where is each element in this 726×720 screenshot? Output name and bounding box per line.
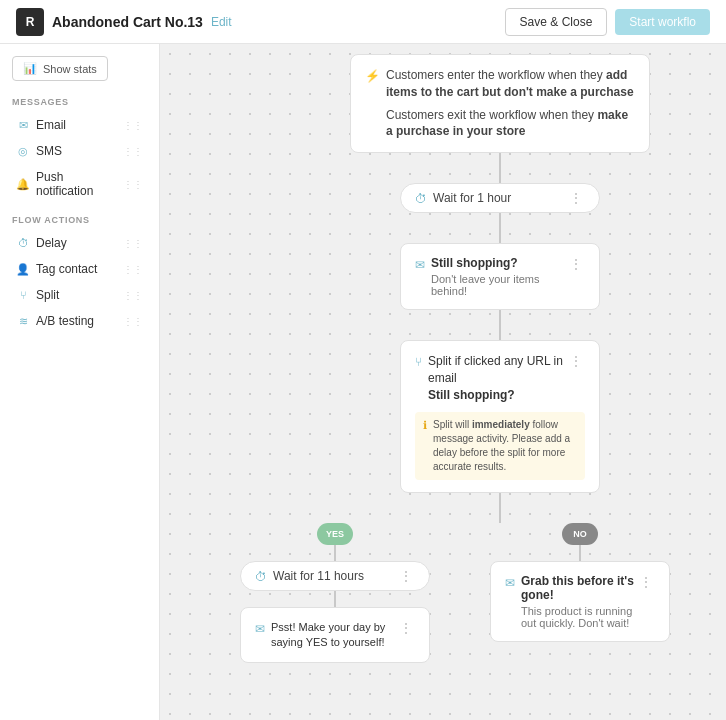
split-node[interactable]: ⑂ Split if clicked any URL in email Stil… [400, 340, 600, 492]
drag-handle-email: ⋮⋮ [123, 120, 143, 131]
yes-badge: YES [317, 523, 353, 545]
trigger-node[interactable]: ⚡ Customers enter the workflow when they… [350, 54, 650, 153]
show-stats-button[interactable]: 📊 Show stats [12, 56, 108, 81]
connector-1 [499, 153, 501, 183]
clock-icon-2: ⏱ [255, 570, 267, 584]
yes-connector-2 [334, 591, 336, 607]
email-3-menu[interactable]: ⋮ [397, 620, 415, 636]
split-icon: ⑂ [16, 288, 30, 302]
sidebar-item-push[interactable]: 🔔 Push notification ⋮⋮ [12, 165, 147, 203]
trigger-line1: Customers enter the workflow when they a… [386, 68, 634, 99]
email-3-icon: ✉ [255, 622, 265, 636]
email-1-node[interactable]: ✉ Still shopping? Don't leave your items… [400, 243, 600, 310]
split-warning-text: Split will immediately follow message ac… [433, 418, 577, 474]
split-title: Split if clicked any URL in email Still … [428, 353, 567, 403]
drag-handle-sms: ⋮⋮ [123, 146, 143, 157]
email-1-subtitle: Don't leave your items behind! [431, 273, 567, 297]
email-2-title: Grab this before it's gone! [521, 574, 637, 602]
email-label: Email [36, 118, 66, 132]
trigger-line2: Customers exit the workflow when they ma… [386, 107, 635, 141]
sidebar-item-ab[interactable]: ≋ A/B testing ⋮⋮ [12, 309, 147, 333]
email-2-node[interactable]: ✉ Grab this before it's gone! This produ… [490, 561, 670, 642]
workflow-nodes: ⚡ Customers enter the workflow when they… [190, 54, 726, 663]
sidebar-item-email[interactable]: ✉ Email ⋮⋮ [12, 113, 147, 137]
drag-handle-push: ⋮⋮ [123, 179, 143, 190]
sidebar-item-split[interactable]: ⑂ Split ⋮⋮ [12, 283, 147, 307]
wait-1-label: Wait for 1 hour [433, 191, 511, 205]
trigger-lightning-icon: ⚡ [365, 69, 380, 83]
stats-icon: 📊 [23, 62, 37, 75]
sidebar: 📊 Show stats MESSAGES ✉ Email ⋮⋮ ◎ SMS ⋮… [0, 44, 160, 720]
email-3-title: Psst! Make your day by saying YES to you… [271, 620, 397, 651]
trigger-text: Customers enter the workflow when they a… [386, 67, 635, 140]
email-1-menu[interactable]: ⋮ [567, 256, 585, 272]
email-3-node[interactable]: ✉ Psst! Make your day by saying YES to y… [240, 607, 430, 664]
email-2-icon: ✉ [505, 576, 515, 590]
drag-handle-tag: ⋮⋮ [123, 264, 143, 275]
connector-3 [499, 310, 501, 340]
email-icon: ✉ [16, 118, 30, 132]
messages-section-title: MESSAGES [12, 97, 147, 107]
sidebar-item-sms[interactable]: ◎ SMS ⋮⋮ [12, 139, 147, 163]
clock-icon-1: ⏱ [415, 192, 427, 206]
ab-label: A/B testing [36, 314, 94, 328]
email-1-title: Still shopping? [431, 256, 567, 270]
wait-1-node[interactable]: ⏱ Wait for 1 hour ⋮ [400, 183, 600, 213]
email-1-icon: ✉ [415, 258, 425, 272]
yes-branch: YES ⏱ Wait for 11 hours ⋮ ✉ [220, 523, 450, 664]
split-node-icon: ⑂ [415, 355, 422, 369]
push-label: Push notification [36, 170, 123, 198]
show-stats-label: Show stats [43, 63, 97, 75]
wait-2-label: Wait for 11 hours [273, 569, 364, 583]
wait-2-node[interactable]: ⏱ Wait for 11 hours ⋮ [240, 561, 430, 591]
sms-icon: ◎ [16, 144, 30, 158]
connector-2 [499, 213, 501, 243]
sidebar-item-delay[interactable]: ⏱ Delay ⋮⋮ [12, 231, 147, 255]
workflow-title: Abandoned Cart No.13 [52, 14, 203, 30]
flow-section-title: FLOW ACTIONS [12, 215, 147, 225]
header: R Abandoned Cart No.13 Edit Save & Close… [0, 0, 726, 44]
branch-row: YES ⏱ Wait for 11 hours ⋮ ✉ [190, 523, 726, 664]
tag-label: Tag contact [36, 262, 97, 276]
logo: R [16, 8, 44, 36]
yes-connector-1 [334, 545, 336, 561]
delay-label: Delay [36, 236, 67, 250]
sidebar-item-tag[interactable]: 👤 Tag contact ⋮⋮ [12, 257, 147, 281]
tag-icon: 👤 [16, 262, 30, 276]
start-workflow-button[interactable]: Start workflo [615, 9, 710, 35]
no-badge: NO [562, 523, 598, 545]
wait-1-menu[interactable]: ⋮ [567, 190, 585, 206]
split-warning: ℹ Split will immediately follow message … [415, 412, 585, 480]
push-icon: 🔔 [16, 177, 30, 191]
header-actions: Save & Close Start workflo [505, 8, 710, 36]
trigger-section: ⚡ Customers enter the workflow when they… [190, 54, 726, 523]
no-branch: NO ✉ Grab this before it's gone! This pr… [480, 523, 680, 664]
email-2-subtitle: This product is running out quickly. Don… [521, 605, 637, 629]
split-menu[interactable]: ⋮ [567, 353, 585, 369]
ab-icon: ≋ [16, 314, 30, 328]
email-2-menu[interactable]: ⋮ [637, 574, 655, 590]
workflow-canvas: ⚡ Customers enter the workflow when they… [160, 44, 726, 720]
drag-handle-ab: ⋮⋮ [123, 316, 143, 327]
drag-handle-split: ⋮⋮ [123, 290, 143, 301]
save-close-button[interactable]: Save & Close [505, 8, 608, 36]
sms-label: SMS [36, 144, 62, 158]
no-connector-1 [579, 545, 581, 561]
edit-link[interactable]: Edit [211, 15, 232, 29]
split-label: Split [36, 288, 59, 302]
main-layout: 📊 Show stats MESSAGES ✉ Email ⋮⋮ ◎ SMS ⋮… [0, 44, 726, 720]
drag-handle-delay: ⋮⋮ [123, 238, 143, 249]
wait-2-menu[interactable]: ⋮ [397, 568, 415, 584]
info-icon: ℹ [423, 419, 427, 432]
header-left: R Abandoned Cart No.13 Edit [16, 8, 232, 36]
connector-4 [499, 493, 501, 523]
delay-icon: ⏱ [16, 236, 30, 250]
split-email-name: Still shopping? [428, 388, 515, 402]
